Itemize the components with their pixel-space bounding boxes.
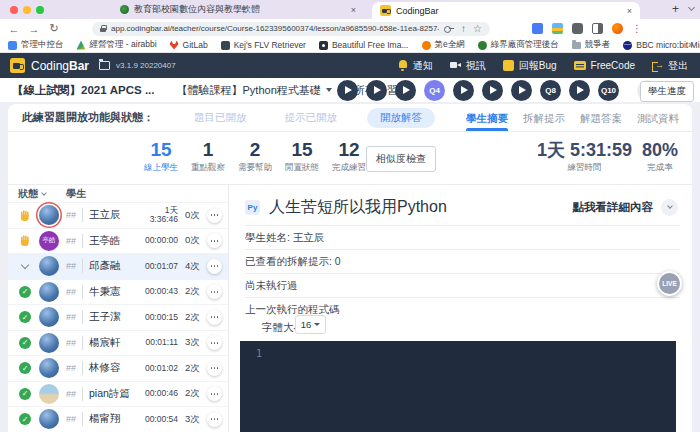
- reload-button[interactable]: ↻: [44, 22, 64, 35]
- password-key-icon[interactable]: [444, 26, 454, 32]
- bookmark-item[interactable]: Beautiful Free Ima...: [319, 40, 409, 50]
- status-column-header[interactable]: 狀態: [18, 187, 46, 201]
- detail-tab[interactable]: 學生摘要: [466, 104, 508, 131]
- bookmark-item[interactable]: 綠界廠商管理後台: [478, 39, 559, 51]
- student-time-clock: 00:01:11: [132, 338, 178, 347]
- student-list-header: 狀態 學生: [8, 185, 228, 202]
- font-size-select[interactable]: 16: [295, 315, 326, 334]
- address-bar[interactable]: app.codingbar.ai/teacher/course/Course-1…: [92, 22, 490, 36]
- minimize-window-button[interactable]: [23, 6, 31, 14]
- student-row[interactable]: 亭皓 ## 王亭皓 00:00:00 0次: [8, 228, 228, 254]
- code-editor[interactable]: 1: [240, 341, 676, 432]
- question-button[interactable]: [366, 80, 387, 101]
- question-button[interactable]: [569, 80, 590, 101]
- bookmark-item[interactable]: 競爭者: [572, 39, 611, 51]
- question-label: Q4: [429, 86, 440, 95]
- stats-row: 15 線上學生 1 重點觀察 2 需要幫助 15 閒置狀態: [8, 132, 692, 185]
- live-badge[interactable]: LIVE: [657, 271, 682, 296]
- header-nav-label: 視訊: [466, 59, 486, 73]
- share-icon[interactable]: ↑: [461, 24, 466, 34]
- detail-tabs: 學生摘要 拆解提示 解題答案 測試資料: [466, 104, 692, 131]
- student-row[interactable]: ## 王立辰 1天 3:36:46 0次: [8, 202, 228, 228]
- row-more-button[interactable]: [207, 335, 222, 350]
- close-tab-icon[interactable]: ×: [627, 6, 632, 16]
- bookmark-item[interactable]: 管理中控台: [8, 39, 64, 51]
- detail-tab[interactable]: 拆解提示: [523, 104, 565, 131]
- check-circle-icon: [19, 388, 31, 400]
- student-row[interactable]: ## 楊甯翔 00:00:54 3次: [8, 406, 228, 432]
- row-more-button[interactable]: [207, 284, 222, 299]
- row-more-button[interactable]: [207, 259, 222, 274]
- header-nav-item[interactable]: 登出: [652, 59, 688, 73]
- question-label: Q8: [545, 86, 556, 95]
- row-more-button[interactable]: [207, 310, 222, 325]
- browser-tab-inactive[interactable]: 教育部校園數位內容與教學軟體 ×: [112, 0, 364, 19]
- detail-tab[interactable]: 解題答案: [580, 104, 622, 131]
- student-row[interactable]: ## 林修容 00:01:02 2次: [8, 355, 228, 381]
- student-row[interactable]: ## 邱彥融 00:01:07 4次: [8, 253, 228, 279]
- student-status: [18, 311, 32, 323]
- browser-extension-icon[interactable]: [612, 23, 623, 34]
- question-label: Q10: [601, 86, 616, 95]
- new-tab-button[interactable]: +: [672, 2, 679, 16]
- header-nav-item[interactable]: 回報Bug: [503, 59, 557, 73]
- sidebar-toggle-icon[interactable]: [592, 23, 603, 34]
- header-nav-item[interactable]: FreeCode: [574, 60, 635, 71]
- row-more-button[interactable]: [207, 386, 222, 401]
- student-row[interactable]: ## 王子潔 00:00:15 2次: [8, 304, 228, 330]
- header-nav-item[interactable]: 視訊: [450, 59, 486, 73]
- student-status: [18, 234, 32, 247]
- open-answer-pill[interactable]: 開放解答: [367, 108, 435, 128]
- student-row[interactable]: ## 牛秉憲 00:00:43 2次: [8, 279, 228, 305]
- bookmark-item[interactable]: Kej's FLV Retriever: [221, 40, 306, 50]
- similarity-check-button[interactable]: 相似度檢查: [366, 146, 436, 172]
- stat-block: 15 閒置狀態: [279, 140, 325, 174]
- browser-tab-active[interactable]: CodingBar ×: [372, 2, 640, 19]
- puzzle-extensions-icon[interactable]: [572, 23, 583, 34]
- bookmarks-overflow-button[interactable]: »: [688, 39, 694, 50]
- question-button[interactable]: Q8: [540, 80, 561, 101]
- codingbar-logo[interactable]: CodingBar: [10, 58, 89, 73]
- bookmark-star-icon[interactable]: ☆: [473, 24, 482, 34]
- student-progress-button[interactable]: 學生進度: [640, 81, 694, 102]
- back-button[interactable]: ←: [4, 23, 24, 35]
- question-button[interactable]: [482, 80, 503, 101]
- stat-block: 2 需要幫助: [232, 140, 278, 174]
- tab-search-chevron-icon[interactable]: [688, 4, 695, 11]
- student-row[interactable]: ## pian詩篇 00:00:46 2次: [8, 381, 228, 407]
- detail-tab[interactable]: 測試資料: [637, 104, 679, 131]
- unit-dropdown[interactable]: 【體驗課程】Python程式基礎: [177, 83, 332, 98]
- forward-button[interactable]: →: [24, 23, 44, 35]
- maximize-window-button[interactable]: [36, 6, 44, 14]
- browser-menu-icon[interactable]: ⋮: [632, 23, 642, 34]
- question-button[interactable]: [395, 80, 416, 101]
- question-button[interactable]: Q10: [598, 80, 619, 101]
- ellipsis-icon: [214, 316, 216, 318]
- row-more-button[interactable]: [207, 208, 222, 223]
- row-more-button[interactable]: [207, 233, 222, 248]
- student-time-clock: 00:00:00: [132, 236, 178, 245]
- student-row[interactable]: ## 楊宸軒 00:01:11 3次: [8, 330, 228, 356]
- bookmark-favicon: [623, 41, 632, 50]
- bookmark-item[interactable]: GitLab: [170, 40, 208, 50]
- lock-icon[interactable]: [100, 25, 106, 32]
- play-icon: [461, 86, 468, 94]
- view-detail-link[interactable]: 點我看詳細內容: [573, 200, 654, 215]
- practice-time-value: 1天 5:31:59: [537, 141, 632, 160]
- expand-detail-button[interactable]: [661, 199, 678, 216]
- image-extension-icon[interactable]: [552, 23, 563, 34]
- close-tab-icon[interactable]: ×: [351, 5, 356, 15]
- bookmark-item[interactable]: 經營管理 - airabbi: [77, 39, 157, 51]
- question-button[interactable]: [453, 80, 474, 101]
- row-more-button[interactable]: [207, 412, 222, 427]
- header-nav-item[interactable]: 通知: [398, 59, 433, 73]
- question-button[interactable]: [511, 80, 532, 101]
- close-window-button[interactable]: [10, 6, 18, 14]
- ellipsis-icon: [214, 240, 216, 242]
- row-more-button[interactable]: [207, 361, 222, 376]
- student-time: 00:00:15: [132, 313, 178, 322]
- question-button[interactable]: [337, 80, 358, 101]
- bookmark-item[interactable]: 第e全網: [422, 39, 465, 51]
- extension-icon[interactable]: [532, 23, 543, 34]
- question-button[interactable]: Q4: [424, 80, 445, 101]
